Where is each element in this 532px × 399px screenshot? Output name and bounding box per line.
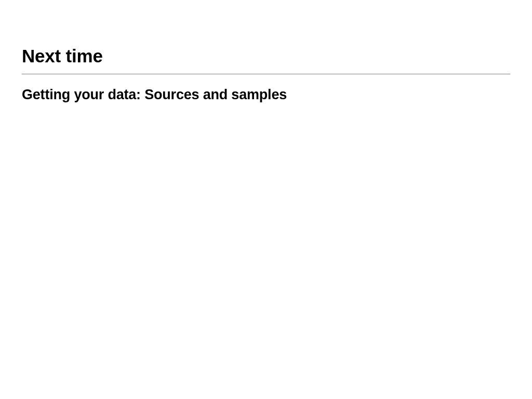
slide-heading: Next time (22, 46, 510, 66)
slide-container: Next time Getting your data: Sources and… (0, 0, 532, 399)
slide-subheading: Getting your data: Sources and samples (22, 87, 510, 103)
heading-divider (22, 74, 510, 74)
